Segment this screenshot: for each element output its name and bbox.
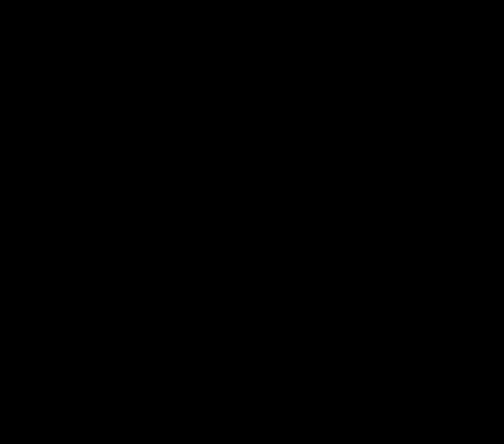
dyno-chart-window: [0, 0, 504, 444]
dyno-plot-area: [0, 0, 504, 444]
